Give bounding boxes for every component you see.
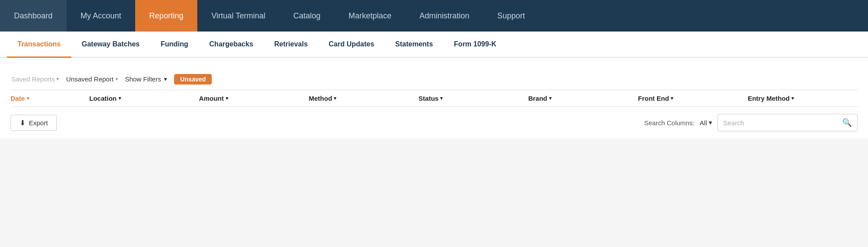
sub-nav-item-funding[interactable]: Funding [150, 32, 199, 58]
status-chevron-icon: ▾ [440, 95, 443, 101]
export-label: Export [29, 119, 48, 127]
entry-method-column-label: Entry Method [748, 95, 790, 102]
unsaved-report-chevron-icon: ▾ [116, 76, 118, 82]
search-columns-value: All [700, 119, 707, 127]
toolbar-row: Saved Reports ▾ Unsaved Report ▾ Show Fi… [10, 67, 858, 90]
bottom-bar: ⬇ Export Search Columns: All ▾ 🔍 [10, 107, 858, 138]
top-nav-item-dashboard[interactable]: Dashboard [0, 0, 66, 32]
top-nav-item-virtual-terminal[interactable]: Virtual Terminal [197, 0, 279, 32]
search-columns-label: Search Columns: [644, 119, 694, 127]
sub-nav-item-form-1099k[interactable]: Form 1099-K [444, 32, 507, 58]
amount-chevron-icon: ▾ [226, 95, 228, 101]
sub-nav-item-card-updates[interactable]: Card Updates [318, 32, 385, 58]
show-filters-label: Show Filters [125, 75, 161, 83]
method-column-label: Method [309, 95, 332, 102]
search-submit-button[interactable]: 🔍 [837, 114, 857, 131]
entry-method-chevron-icon: ▾ [791, 95, 794, 101]
search-box: 🔍 [718, 114, 858, 131]
sub-nav-item-statements[interactable]: Statements [385, 32, 443, 58]
sub-nav-item-chargebacks[interactable]: Chargebacks [199, 32, 264, 58]
column-header-method[interactable]: Method ▾ [309, 95, 419, 102]
sub-nav-item-gateway-batches[interactable]: Gateway Batches [71, 32, 150, 58]
column-header-status[interactable]: Status ▾ [419, 95, 528, 102]
status-column-label: Status [419, 95, 439, 102]
saved-reports-label: Saved Reports [11, 75, 55, 83]
sub-nav-item-retrievals[interactable]: Retrievals [264, 32, 318, 58]
frontend-column-label: Front End [638, 95, 669, 102]
column-header-date[interactable]: Date ▾ [10, 95, 89, 102]
frontend-chevron-icon: ▾ [671, 95, 673, 101]
sub-navigation: TransactionsGateway BatchesFundingCharge… [0, 32, 868, 58]
export-button[interactable]: ⬇ Export [10, 115, 57, 131]
top-nav-item-marketplace[interactable]: Marketplace [335, 0, 406, 32]
brand-chevron-icon: ▾ [549, 95, 552, 101]
filter-icon: ▼ [163, 76, 168, 82]
show-filters-button[interactable]: Show Filters ▼ [124, 74, 169, 85]
date-column-label: Date [10, 95, 25, 102]
column-header-frontend[interactable]: Front End ▾ [638, 95, 748, 102]
sub-nav-item-transactions[interactable]: Transactions [7, 32, 71, 58]
brand-column-label: Brand [528, 95, 547, 102]
column-header-entry-method[interactable]: Entry Method ▾ [748, 95, 858, 102]
column-header-amount[interactable]: Amount ▾ [199, 95, 309, 102]
unsaved-report-label: Unsaved Report [66, 75, 113, 83]
top-nav-item-administration[interactable]: Administration [406, 0, 483, 32]
column-header-location[interactable]: Location ▾ [89, 95, 199, 102]
top-nav-item-reporting[interactable]: Reporting [135, 0, 197, 32]
unsaved-report-button[interactable]: Unsaved Report ▾ [65, 74, 119, 85]
unsaved-badge: Unsaved [174, 74, 212, 85]
method-chevron-icon: ▾ [334, 95, 336, 101]
column-header-brand[interactable]: Brand ▾ [528, 95, 638, 102]
location-column-label: Location [89, 95, 117, 102]
search-input[interactable] [718, 116, 837, 130]
saved-reports-button[interactable]: Saved Reports ▾ [10, 74, 60, 85]
search-columns-dropdown[interactable]: All ▾ [700, 119, 712, 127]
content-area: Saved Reports ▾ Unsaved Report ▾ Show Fi… [0, 58, 868, 138]
amount-column-label: Amount [199, 95, 224, 102]
top-navigation: DashboardMy AccountReportingVirtual Term… [0, 0, 868, 32]
top-nav-item-my-account[interactable]: My Account [66, 0, 135, 32]
location-chevron-icon: ▾ [119, 95, 121, 101]
search-columns-chevron-icon: ▾ [709, 119, 712, 127]
date-sort-icon: ▾ [27, 95, 29, 101]
top-nav-item-catalog[interactable]: Catalog [280, 0, 335, 32]
top-nav-item-support[interactable]: Support [483, 0, 539, 32]
saved-reports-chevron-icon: ▾ [56, 76, 59, 82]
columns-row: Date ▾ Location ▾ Amount ▾ Method ▾ Stat… [10, 90, 858, 107]
search-icon: 🔍 [842, 118, 852, 127]
export-icon: ⬇ [20, 119, 25, 127]
